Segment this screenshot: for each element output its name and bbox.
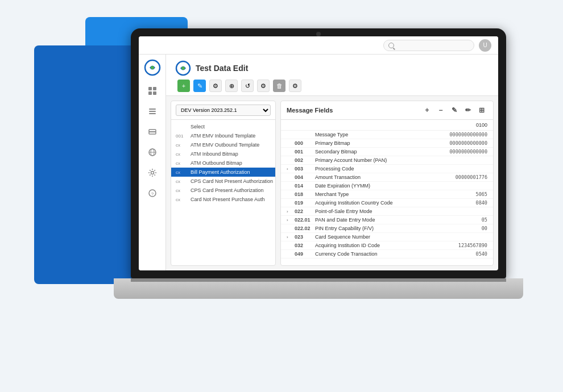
field-row[interactable]: ›022.01PAN and Date Entry Mode05 [281,216,493,224]
settings-button[interactable]: ⚙ [209,80,222,92]
content-area: Test Data Edit + ✎ ⚙ ⊕ ↺ ⚙ 🗑 ⚙ [166,55,498,270]
field-grid-button[interactable]: ⊞ [476,105,487,116]
field-row: Message Type0000000000000 [281,131,493,139]
delete-button[interactable]: 🗑 [273,80,285,92]
svg-rect-7 [149,111,156,112]
main-layout: ? Te [139,55,498,270]
panel-toolbar: + − ✎ ✏ ⊞ [421,105,487,116]
field-row: 002Primary Account Number (PAN) [281,156,493,165]
right-panel-title: Message Fields [287,107,333,114]
tree-item[interactable]: Select [171,122,275,131]
tools-button[interactable]: ⚙ [257,80,270,92]
field-row: 049Currency Code Transaction0540 [281,250,493,258]
screen-inner: U [139,36,498,270]
svg-point-14 [151,172,154,174]
panels-area: DEV Version 2023.252.1 Select001ATM EMV … [166,96,498,270]
page-title-row: Test Data Edit [175,60,489,76]
svg-rect-6 [149,109,156,110]
sidebar-item-card[interactable] [144,124,160,140]
right-panel-header: Message Fields + − ✎ ✏ ⊞ [281,101,493,120]
field-row: 014Date Expiration (YYMM) [281,182,493,190]
tree-item[interactable]: cxCPS Card Not Present Authorization [171,177,275,186]
field-row: 032Acquiring Institution ID Code12345678… [281,241,493,250]
edit-button[interactable]: ✎ [193,80,206,92]
add-button[interactable]: + [177,80,190,92]
svg-point-18 [181,66,185,70]
tree-item[interactable]: cxCard Not Present Purchase Auth [171,195,275,204]
search-box[interactable] [383,40,474,51]
gear-button[interactable]: ⚙ [289,80,301,92]
svg-rect-8 [149,113,156,114]
svg-text:?: ? [151,191,154,197]
laptop-mockup: U [114,28,523,369]
copy-button[interactable]: ⊕ [225,80,238,92]
sidebar-item-help[interactable]: ? [144,185,160,201]
screen-bezel: U [131,28,506,278]
tree-item[interactable]: cxBill Payment Authorization [171,168,275,177]
tree-item[interactable]: 001ATM EMV Inbound Template [171,131,275,140]
svg-point-1 [151,66,154,69]
history-button[interactable]: ↺ [241,80,254,92]
sidebar-item-dashboard[interactable] [144,83,160,99]
field-remove-button[interactable]: − [435,105,446,116]
avatar[interactable]: U [479,39,491,52]
app-logo [144,59,161,76]
sidebar-item-network[interactable] [144,144,160,160]
sidebar-item-settings[interactable] [144,165,160,181]
top-bar: U [139,36,498,55]
tree-item[interactable]: cxCPS Card Present Authorization [171,186,275,195]
field-edit-button[interactable]: ✎ [449,105,460,116]
field-row: 001Secondary Bitmap0000000000000 [281,148,493,156]
toolbar-row: + ✎ ⚙ ⊕ ↺ ⚙ 🗑 ⚙ [175,80,489,92]
right-panel: Message Fields + − ✎ ✏ ⊞ 0100 [280,101,494,266]
laptop-hinge [131,278,506,282]
field-row: 018Merchant Type5065 [281,190,493,199]
camera [316,32,321,36]
search-icon [388,43,394,48]
svg-rect-10 [149,131,156,132]
page-logo-icon [175,60,191,76]
tree-list: Select001ATM EMV Inbound TemplatecxATM E… [171,120,275,265]
fields-table: Message Type0000000000000 000Primary Bit… [281,131,493,265]
tree-item[interactable]: cxATM EMV Outbound Template [171,140,275,149]
field-code-top: 0100 [281,120,493,131]
field-row: 019Acquiring Institution Country Code084… [281,199,493,207]
field-add-button[interactable]: + [421,105,433,116]
field-row[interactable]: ›023Card Sequence Number [281,233,493,241]
svg-rect-4 [148,91,152,95]
field-row: 004Amount Transaction00000001776 [281,173,493,182]
field-row: 000Primary Bitmap0000000000000 [281,139,493,148]
app-container: U [139,36,498,270]
sidebar-item-list[interactable] [144,103,160,119]
svg-rect-5 [153,91,156,95]
version-selector: DEV Version 2023.252.1 [171,101,275,120]
left-panel: DEV Version 2023.252.1 Select001ATM EMV … [171,101,276,266]
tree-item[interactable]: cxATM Outbound Bitmap [171,159,275,168]
field-pencil-button[interactable]: ✏ [462,105,474,116]
svg-rect-3 [153,87,156,90]
page-title: Test Data Edit [196,64,248,73]
version-dropdown[interactable]: DEV Version 2023.252.1 [176,105,271,116]
field-row[interactable]: ›022Point-of-Sale Entry Mode [281,207,493,216]
svg-rect-2 [148,87,152,90]
field-row: 022.02PIN Entry Capability (F/V)00 [281,224,493,233]
sidebar: ? [139,55,166,270]
field-row[interactable]: ›003Processing Code [281,165,493,173]
tree-item[interactable]: cxATM Inbound Bitmap [171,149,275,159]
page-header: Test Data Edit + ✎ ⚙ ⊕ ↺ ⚙ 🗑 ⚙ [166,55,498,96]
